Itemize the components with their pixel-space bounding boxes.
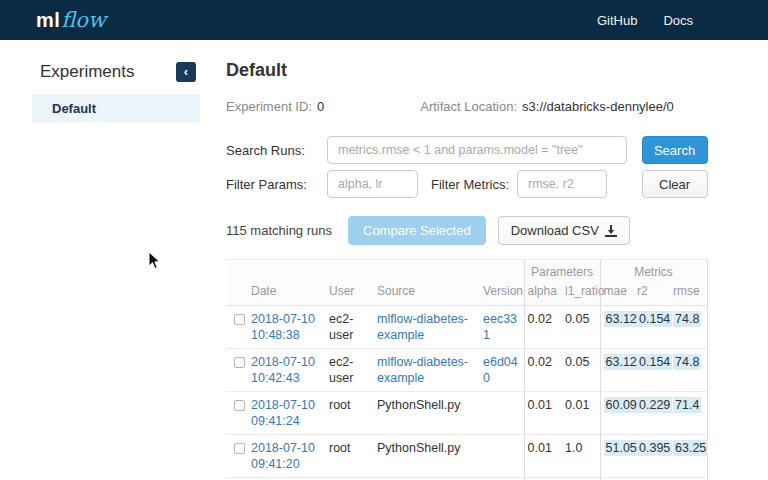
metric-value: 0.395 <box>637 440 672 456</box>
run-date-link[interactable]: 2018-07-10 10:42:43 <box>251 355 315 385</box>
run-date-link[interactable]: 2018-07-10 09:41:20 <box>251 441 315 471</box>
sidebar-collapse-button[interactable]: ‹ <box>176 62 196 82</box>
header-group-spacer <box>226 260 524 282</box>
row-checkbox[interactable] <box>234 314 245 325</box>
cell-r2: 0.154 <box>634 306 670 349</box>
metric-value: 71.4 <box>673 397 701 413</box>
run-date-link[interactable]: 2018-07-10 10:48:38 <box>251 312 315 342</box>
row-checkbox[interactable] <box>234 400 245 411</box>
compare-selected-button[interactable]: Compare Selected <box>348 216 486 245</box>
header-source[interactable]: Source <box>374 281 480 306</box>
sidebar-item-default[interactable]: Default <box>32 94 200 123</box>
header-columns-row: Date User Source Version alpha l1_ratio … <box>226 281 707 306</box>
row-checkbox[interactable] <box>234 357 245 368</box>
cell-source: mlflow-diabetes-example <box>374 349 480 392</box>
cell-source: mlflow-diabetes-example <box>374 306 480 349</box>
metric-value: 63.25 <box>673 440 708 456</box>
cell-mae: 60.09 <box>600 392 634 435</box>
download-csv-button[interactable]: Download CSV <box>498 216 630 245</box>
cell-version <box>480 435 524 478</box>
filter-row: Filter Params: Filter Metrics: Clear <box>226 170 708 198</box>
chevron-left-icon: ‹ <box>184 64 188 79</box>
run-source-link[interactable]: mlflow-diabetes-example <box>377 355 468 385</box>
cell-mae: 63.12 <box>600 306 634 349</box>
nav-link-github[interactable]: GitHub <box>597 13 637 28</box>
header-date[interactable]: Date <box>248 281 326 306</box>
header-mae[interactable]: mae <box>600 281 634 306</box>
download-csv-label: Download CSV <box>511 223 599 238</box>
cell-checkbox <box>226 306 248 349</box>
search-runs-row: Search Runs: Search <box>226 136 708 164</box>
runs-table: Parameters Metrics Date User Source Vers… <box>226 259 708 480</box>
experiment-meta: Experiment ID: 0 Artifact Location: s3:/… <box>226 99 708 114</box>
nav-link-docs[interactable]: Docs <box>663 13 693 28</box>
runs-table-header: Parameters Metrics Date User Source Vers… <box>226 260 707 306</box>
filter-params-input[interactable] <box>327 170 418 198</box>
metric-value: 0.154 <box>637 354 672 370</box>
run-version-link[interactable]: e6d040 <box>483 355 518 385</box>
cell-date: 2018-07-10 10:42:43 <box>248 349 326 392</box>
header-alpha[interactable]: alpha <box>524 281 562 306</box>
logo-ml-text: ml <box>36 9 60 32</box>
clear-button[interactable]: Clear <box>642 170 708 198</box>
cell-alpha: 0.01 <box>524 392 562 435</box>
mlflow-app: mlflow GitHub Docs Experiments ‹ Default… <box>0 0 768 480</box>
sidebar-header: Experiments ‹ <box>0 62 226 82</box>
experiment-main-panel: Default Experiment ID: 0 Artifact Locati… <box>226 40 768 480</box>
metric-value: 74.8 <box>673 311 701 327</box>
top-navbar: mlflow GitHub Docs <box>0 0 768 40</box>
header-l1-ratio[interactable]: l1_ratio <box>562 281 600 306</box>
metric-value: 0.229 <box>637 397 672 413</box>
cell-version: e6d040 <box>480 349 524 392</box>
filter-params-label: Filter Params: <box>226 177 327 192</box>
header-checkbox-col <box>226 281 248 306</box>
search-runs-input[interactable] <box>327 136 627 164</box>
table-row: 2018-07-10 10:42:43 ec2-user mlflow-diab… <box>226 349 707 392</box>
artifact-location-label: Artifact Location: <box>420 99 517 114</box>
cell-rmse: 74.8 <box>670 306 707 349</box>
cell-alpha: 0.02 <box>524 306 562 349</box>
page-title: Default <box>226 60 708 81</box>
table-row: 2018-07-10 09:41:20 root PythonShell.py … <box>226 435 707 478</box>
cell-mae: 51.05 <box>600 435 634 478</box>
cell-version: eec331 <box>480 306 524 349</box>
filter-metrics-label: Filter Metrics: <box>431 177 509 192</box>
cell-rmse: 74.8 <box>670 349 707 392</box>
row-checkbox[interactable] <box>234 443 245 454</box>
run-source-link[interactable]: mlflow-diabetes-example <box>377 312 468 342</box>
cell-alpha: 0.01 <box>524 435 562 478</box>
search-button[interactable]: Search <box>642 136 708 164</box>
runs-table-body: 2018-07-10 10:48:38 ec2-user mlflow-diab… <box>226 306 707 480</box>
runs-actions-row: 115 matching runs Compare Selected Downl… <box>226 216 708 245</box>
header-rmse[interactable]: rmse <box>670 281 707 306</box>
search-runs-label: Search Runs: <box>226 143 327 158</box>
matching-runs-count: 115 matching runs <box>226 223 332 238</box>
header-version[interactable]: Version <box>480 281 524 306</box>
run-version-link[interactable]: eec331 <box>483 312 517 342</box>
metric-value: 51.05 <box>604 440 639 456</box>
cell-rmse: 63.25 <box>670 435 707 478</box>
cell-checkbox <box>226 392 248 435</box>
artifact-location-value: s3://databricks-dennylee/0 <box>522 99 674 114</box>
cell-checkbox <box>226 349 248 392</box>
filter-metrics-input[interactable] <box>517 170 607 198</box>
cell-l1-ratio: 0.01 <box>562 392 600 435</box>
cell-r2: 0.154 <box>634 349 670 392</box>
cell-version <box>480 392 524 435</box>
artifact-location: Artifact Location: s3://databricks-denny… <box>420 99 674 114</box>
logo-flow-text: flow <box>61 8 106 32</box>
metric-value: 74.8 <box>673 354 701 370</box>
mlflow-logo[interactable]: mlflow <box>36 8 106 32</box>
cell-date: 2018-07-10 10:48:38 <box>248 306 326 349</box>
experiment-id-value: 0 <box>317 99 324 114</box>
header-group-parameters: Parameters <box>524 260 600 282</box>
header-user[interactable]: User <box>326 281 374 306</box>
run-source-text: PythonShell.py <box>377 398 460 412</box>
cell-r2: 0.229 <box>634 392 670 435</box>
table-row: 2018-07-10 10:48:38 ec2-user mlflow-diab… <box>226 306 707 349</box>
content-area: Experiments ‹ Default Default Experiment… <box>0 40 768 480</box>
cell-date: 2018-07-10 09:41:24 <box>248 392 326 435</box>
metric-value: 63.12 <box>604 354 639 370</box>
header-r2[interactable]: r2 <box>634 281 670 306</box>
run-date-link[interactable]: 2018-07-10 09:41:24 <box>251 398 315 428</box>
